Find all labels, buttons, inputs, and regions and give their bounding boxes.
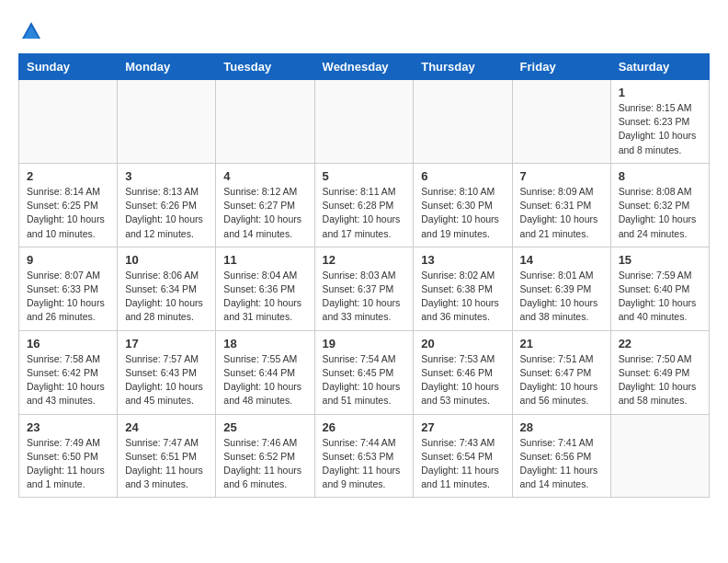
calendar-cell: 25Sunrise: 7:46 AM Sunset: 6:52 PM Dayli… — [216, 414, 314, 498]
day-number: 17 — [125, 337, 208, 350]
calendar-cell: 5Sunrise: 8:11 AM Sunset: 6:28 PM Daylig… — [314, 163, 414, 247]
day-number: 27 — [421, 420, 504, 434]
day-number: 21 — [520, 337, 603, 350]
calendar-cell: 6Sunrise: 8:10 AM Sunset: 6:30 PM Daylig… — [414, 163, 512, 247]
day-info: Sunrise: 8:15 AM Sunset: 6:23 PM Dayligh… — [619, 101, 701, 157]
day-number: 26 — [323, 420, 406, 434]
day-number: 7 — [520, 169, 603, 183]
weekday-header-monday: Monday — [118, 54, 216, 80]
calendar-cell: 26Sunrise: 7:44 AM Sunset: 6:53 PM Dayli… — [314, 414, 414, 498]
calendar-cell: 28Sunrise: 7:41 AM Sunset: 6:56 PM Dayli… — [512, 414, 610, 498]
day-number: 14 — [520, 253, 603, 267]
calendar-cell: 21Sunrise: 7:51 AM Sunset: 6:47 PM Dayli… — [512, 330, 610, 414]
day-number: 19 — [323, 337, 406, 350]
weekday-header-saturday: Saturday — [610, 54, 709, 80]
calendar-cell: 8Sunrise: 8:08 AM Sunset: 6:32 PM Daylig… — [610, 163, 709, 247]
day-number: 11 — [223, 253, 306, 267]
day-info: Sunrise: 7:47 AM Sunset: 6:51 PM Dayligh… — [125, 436, 208, 492]
calendar-cell: 20Sunrise: 7:53 AM Sunset: 6:46 PM Dayli… — [414, 330, 512, 414]
day-info: Sunrise: 8:13 AM Sunset: 6:26 PM Dayligh… — [125, 185, 208, 241]
day-number: 13 — [421, 253, 504, 267]
day-info: Sunrise: 7:57 AM Sunset: 6:43 PM Dayligh… — [125, 352, 208, 408]
day-info: Sunrise: 7:44 AM Sunset: 6:53 PM Dayligh… — [323, 436, 406, 492]
calendar-cell: 16Sunrise: 7:58 AM Sunset: 6:42 PM Dayli… — [19, 330, 118, 414]
weekday-header-sunday: Sunday — [19, 54, 118, 80]
day-number: 23 — [27, 420, 109, 434]
day-info: Sunrise: 8:09 AM Sunset: 6:31 PM Dayligh… — [520, 185, 603, 241]
day-info: Sunrise: 8:10 AM Sunset: 6:30 PM Dayligh… — [421, 185, 504, 241]
calendar-cell — [19, 80, 118, 164]
calendar-cell: 13Sunrise: 8:02 AM Sunset: 6:38 PM Dayli… — [414, 247, 512, 330]
calendar-cell: 17Sunrise: 7:57 AM Sunset: 6:43 PM Dayli… — [118, 330, 216, 414]
calendar-cell: 15Sunrise: 7:59 AM Sunset: 6:40 PM Dayli… — [610, 247, 709, 330]
calendar-cell: 11Sunrise: 8:04 AM Sunset: 6:36 PM Dayli… — [216, 247, 314, 330]
calendar-cell: 9Sunrise: 8:07 AM Sunset: 6:33 PM Daylig… — [19, 247, 118, 330]
day-info: Sunrise: 8:01 AM Sunset: 6:39 PM Dayligh… — [520, 269, 603, 325]
calendar-cell: 14Sunrise: 8:01 AM Sunset: 6:39 PM Dayli… — [512, 247, 610, 330]
day-number: 25 — [223, 420, 306, 434]
day-info: Sunrise: 8:07 AM Sunset: 6:33 PM Dayligh… — [27, 269, 109, 325]
calendar-cell: 23Sunrise: 7:49 AM Sunset: 6:50 PM Dayli… — [19, 414, 118, 498]
day-number: 8 — [619, 169, 701, 183]
day-info: Sunrise: 8:02 AM Sunset: 6:38 PM Dayligh… — [421, 269, 504, 325]
weekday-header-thursday: Thursday — [414, 54, 512, 80]
day-number: 28 — [520, 420, 603, 434]
weekday-header-tuesday: Tuesday — [216, 54, 314, 80]
calendar-cell: 3Sunrise: 8:13 AM Sunset: 6:26 PM Daylig… — [118, 163, 216, 247]
week-row-3: 9Sunrise: 8:07 AM Sunset: 6:33 PM Daylig… — [19, 247, 710, 330]
day-number: 16 — [27, 337, 109, 350]
day-info: Sunrise: 7:55 AM Sunset: 6:44 PM Dayligh… — [223, 352, 306, 408]
logo — [18, 18, 48, 44]
weekday-header-row: SundayMondayTuesdayWednesdayThursdayFrid… — [19, 54, 710, 80]
weekday-header-friday: Friday — [512, 54, 610, 80]
day-info: Sunrise: 8:04 AM Sunset: 6:36 PM Dayligh… — [223, 269, 306, 325]
day-number: 1 — [619, 86, 701, 99]
calendar-cell — [512, 80, 610, 164]
calendar-cell — [118, 80, 216, 164]
calendar-cell — [314, 80, 414, 164]
calendar-cell: 1Sunrise: 8:15 AM Sunset: 6:23 PM Daylig… — [610, 80, 709, 164]
calendar-cell: 4Sunrise: 8:12 AM Sunset: 6:27 PM Daylig… — [216, 163, 314, 247]
day-number: 9 — [27, 253, 109, 267]
calendar-cell: 12Sunrise: 8:03 AM Sunset: 6:37 PM Dayli… — [314, 247, 414, 330]
day-info: Sunrise: 8:08 AM Sunset: 6:32 PM Dayligh… — [619, 185, 701, 241]
day-info: Sunrise: 8:06 AM Sunset: 6:34 PM Dayligh… — [125, 269, 208, 325]
calendar-cell: 10Sunrise: 8:06 AM Sunset: 6:34 PM Dayli… — [118, 247, 216, 330]
day-number: 10 — [125, 253, 208, 267]
week-row-5: 23Sunrise: 7:49 AM Sunset: 6:50 PM Dayli… — [19, 414, 710, 498]
day-number: 15 — [619, 253, 701, 267]
day-number: 3 — [125, 169, 208, 183]
calendar-cell — [414, 80, 512, 164]
week-row-2: 2Sunrise: 8:14 AM Sunset: 6:25 PM Daylig… — [19, 163, 710, 247]
calendar-cell: 2Sunrise: 8:14 AM Sunset: 6:25 PM Daylig… — [19, 163, 118, 247]
day-number: 18 — [223, 337, 306, 350]
day-info: Sunrise: 7:49 AM Sunset: 6:50 PM Dayligh… — [27, 436, 109, 492]
day-info: Sunrise: 7:46 AM Sunset: 6:52 PM Dayligh… — [223, 436, 306, 492]
day-number: 12 — [323, 253, 406, 267]
day-number: 4 — [223, 169, 306, 183]
day-info: Sunrise: 7:51 AM Sunset: 6:47 PM Dayligh… — [520, 352, 603, 408]
page-header — [18, 18, 710, 44]
day-number: 22 — [619, 337, 701, 350]
day-info: Sunrise: 7:50 AM Sunset: 6:49 PM Dayligh… — [619, 352, 701, 408]
day-info: Sunrise: 7:53 AM Sunset: 6:46 PM Dayligh… — [421, 352, 504, 408]
calendar-cell: 22Sunrise: 7:50 AM Sunset: 6:49 PM Dayli… — [610, 330, 709, 414]
day-number: 2 — [27, 169, 109, 183]
day-number: 6 — [421, 169, 504, 183]
calendar: SundayMondayTuesdayWednesdayThursdayFrid… — [18, 53, 710, 498]
week-row-1: 1Sunrise: 8:15 AM Sunset: 6:23 PM Daylig… — [19, 80, 710, 164]
day-info: Sunrise: 8:12 AM Sunset: 6:27 PM Dayligh… — [223, 185, 306, 241]
calendar-cell: 27Sunrise: 7:43 AM Sunset: 6:54 PM Dayli… — [414, 414, 512, 498]
day-info: Sunrise: 7:54 AM Sunset: 6:45 PM Dayligh… — [323, 352, 406, 408]
day-info: Sunrise: 7:41 AM Sunset: 6:56 PM Dayligh… — [520, 436, 603, 492]
day-info: Sunrise: 8:14 AM Sunset: 6:25 PM Dayligh… — [27, 185, 109, 241]
calendar-cell — [610, 414, 709, 498]
logo-icon — [18, 18, 44, 44]
week-row-4: 16Sunrise: 7:58 AM Sunset: 6:42 PM Dayli… — [19, 330, 710, 414]
day-info: Sunrise: 7:59 AM Sunset: 6:40 PM Dayligh… — [619, 269, 701, 325]
day-info: Sunrise: 7:58 AM Sunset: 6:42 PM Dayligh… — [27, 352, 109, 408]
calendar-cell — [216, 80, 314, 164]
calendar-cell: 19Sunrise: 7:54 AM Sunset: 6:45 PM Dayli… — [314, 330, 414, 414]
day-number: 5 — [323, 169, 406, 183]
calendar-cell: 7Sunrise: 8:09 AM Sunset: 6:31 PM Daylig… — [512, 163, 610, 247]
